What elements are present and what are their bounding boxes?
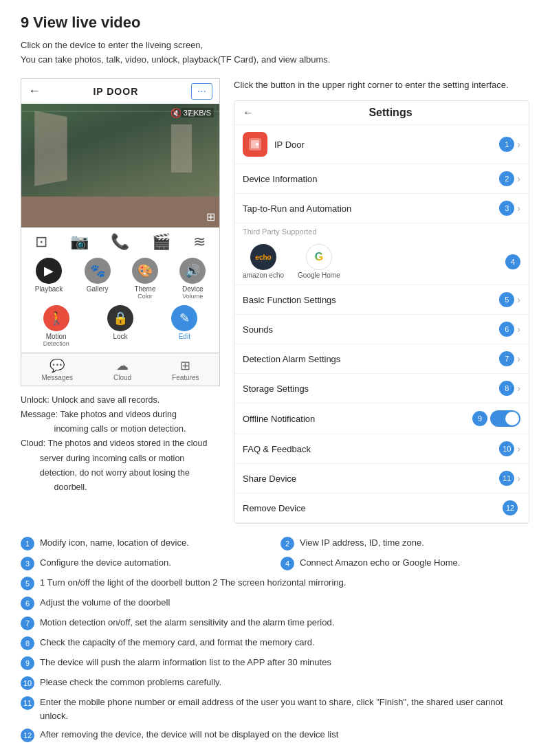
settings-back-button[interactable]: ← <box>243 107 254 119</box>
basic-function-badge: 5 <box>499 292 514 307</box>
remove-device-badge: 12 <box>503 500 518 515</box>
note-badge-10: 10 <box>21 676 34 690</box>
offline-notif-badge: 9 <box>472 411 487 426</box>
icon-btn-call[interactable]: 📞 <box>111 233 129 252</box>
icon-btn-camera[interactable]: 📷 <box>70 233 89 252</box>
motion-sublabel: Detection <box>43 340 69 347</box>
playback-btn[interactable]: ▶ Playback <box>35 258 63 300</box>
volume-btn[interactable]: 🔊 Device Volume <box>179 258 206 300</box>
svg-point-2 <box>256 143 258 146</box>
edit-btn[interactable]: ✎ Edit <box>171 305 197 347</box>
note-badge-7: 7 <box>21 616 34 630</box>
note-text-9: The device will push the alarm informati… <box>40 656 529 669</box>
share-device-badge: 11 <box>499 471 514 486</box>
page-heading: 9 View live video <box>21 14 529 32</box>
note-badge-3: 3 <box>21 557 34 570</box>
right-col: Click the button in the upper right corn… <box>234 78 529 524</box>
ipdoor-badge: 1 <box>499 137 514 152</box>
note-item-10: 10 Please check the common problems care… <box>21 676 529 690</box>
phone-mockup: ← IP DOOR ··· 🔇 ⊟ 37 KB/S ⊞ ⊡ <box>21 78 220 496</box>
mute-icon: 🔇 <box>170 108 182 118</box>
cloud-tab[interactable]: ☁ Cloud <box>113 358 131 381</box>
note-text-11: Enter the mobile phone number or email a… <box>40 696 529 722</box>
note-text-10: Please check the common problems careful… <box>40 676 529 689</box>
settings-item-share-device[interactable]: Share Device 11 › <box>234 464 529 493</box>
speed-indicator: 37 KB/S <box>181 108 214 118</box>
remove-device-label: Remove Device <box>243 503 503 513</box>
settings-item-storage[interactable]: Storage Settings 8 › <box>234 374 529 403</box>
settings-item-sounds[interactable]: Sounds 6 › <box>234 315 529 344</box>
settings-item-detection-alarm[interactable]: Detection Alarm Settings 7 › <box>234 344 529 374</box>
intro-text: Click on the device to enter the liveing… <box>21 38 529 67</box>
features-icon: ⊞ <box>180 358 190 373</box>
tap-run-label: Tap-to-Run and Automation <box>243 203 499 214</box>
detection-alarm-label: Detection Alarm Settings <box>243 354 499 364</box>
basic-function-chevron: › <box>517 294 520 305</box>
click-description: Click the button in the upper right corn… <box>234 78 529 93</box>
note-row-3-4: 3 Configure the device automation. 4 Con… <box>21 556 529 570</box>
note-badge-12: 12 <box>21 729 34 742</box>
note-text-2: View IP address, ID, time zone. <box>300 536 529 550</box>
features-tab[interactable]: ⊞ Features <box>172 358 199 381</box>
note-item-7: 7 Motion detection on/off, set the alarm… <box>21 616 529 630</box>
icon-btn-fullscreen[interactable]: ⊡ <box>35 233 47 252</box>
phone-action-row1: ▶ Playback 🐾 Gallery 🎨 Theme Color 🔊 Dev… <box>24 258 217 300</box>
phone-back-button[interactable]: ← <box>28 84 41 98</box>
settings-item-offline-notif[interactable]: Offline Notification 9 <box>234 403 529 434</box>
volume-icon: 🔊 <box>179 258 206 284</box>
storage-badge: 8 <box>499 381 514 396</box>
note-item-1: 1 Modify icon, name, location of device. <box>21 536 270 551</box>
ipdoor-icon <box>243 132 267 157</box>
edit-icon: ✎ <box>171 305 197 331</box>
device-info-label: Device Information <box>243 174 499 184</box>
phone-desc: Unlock: Unlock and save all records. Mes… <box>21 393 220 496</box>
settings-item-remove-device[interactable]: Remove Device 12 <box>234 493 529 523</box>
note-text-12: After removing the device, the device wi… <box>40 728 529 742</box>
edit-label: Edit <box>179 333 190 340</box>
note-badge-9: 9 <box>21 656 34 670</box>
volume-label: Device <box>182 285 204 293</box>
theme-btn[interactable]: 🎨 Theme Color <box>132 258 158 300</box>
share-device-label: Share Device <box>243 474 499 484</box>
lock-btn[interactable]: 🔒 Lock <box>107 305 133 347</box>
settings-header: ← Settings <box>234 101 529 125</box>
google-home-item[interactable]: G Google Home <box>298 244 340 279</box>
tap-run-badge: 3 <box>499 201 514 216</box>
gallery-btn[interactable]: 🐾 Gallery <box>85 258 111 300</box>
phone-dots-button[interactable]: ··· <box>191 83 212 100</box>
google-logo: G <box>306 244 332 270</box>
settings-item-tap-run[interactable]: Tap-to-Run and Automation 3 › <box>234 194 529 223</box>
note-item-5: 5 1 Turn on/off the light of the doorbel… <box>21 576 529 590</box>
amazon-echo-item[interactable]: echo amazon echo <box>243 244 284 279</box>
icon-btn-more[interactable]: ≋ <box>193 233 206 252</box>
numbered-notes: 1 Modify icon, name, location of device.… <box>21 536 529 742</box>
settings-item-basic-function[interactable]: Basic Function Settings 5 › <box>234 285 529 315</box>
camera-icon: 📷 <box>70 233 89 251</box>
messages-tab[interactable]: 💬 Messages <box>41 358 73 381</box>
note-text-1: Modify icon, name, location of device. <box>40 536 270 550</box>
offline-notif-toggle[interactable] <box>490 410 520 427</box>
detection-alarm-chevron: › <box>517 353 520 364</box>
messages-icon: 💬 <box>50 358 65 373</box>
motion-label: Motion <box>46 333 67 340</box>
amazon-label: amazon echo <box>243 271 284 279</box>
note-badge-2: 2 <box>280 537 294 551</box>
fullscreen-icon[interactable]: ⊞ <box>206 210 215 223</box>
settings-item-ipdoor[interactable]: IP Door 1 › <box>234 125 529 164</box>
gallery-icon: 🐾 <box>85 258 111 284</box>
note-text-7: Motion detection on/off, set the alarm s… <box>40 616 529 630</box>
note-text-3: Configure the device automation. <box>40 556 270 570</box>
tap-run-chevron: › <box>517 203 520 214</box>
settings-item-device-info[interactable]: Device Information 2 › <box>234 164 529 194</box>
theme-icon: 🎨 <box>132 258 158 284</box>
features-label: Features <box>172 374 199 381</box>
lock-label: Lock <box>113 333 127 340</box>
icon-btn-video[interactable]: 🎬 <box>152 233 170 252</box>
cloud-desc: Cloud: The photos and videos stored in t… <box>21 436 220 495</box>
third-party-row: echo amazon echo G Google Home 4 <box>234 238 529 285</box>
settings-item-faq[interactable]: FAQ & Feedback 10 › <box>234 434 529 464</box>
note-badge-11: 11 <box>21 696 34 710</box>
motion-detection-btn[interactable]: 🚶 Motion Detection <box>43 305 69 347</box>
basic-function-label: Basic Function Settings <box>243 295 499 305</box>
cloud-icon: ☁ <box>116 358 129 373</box>
